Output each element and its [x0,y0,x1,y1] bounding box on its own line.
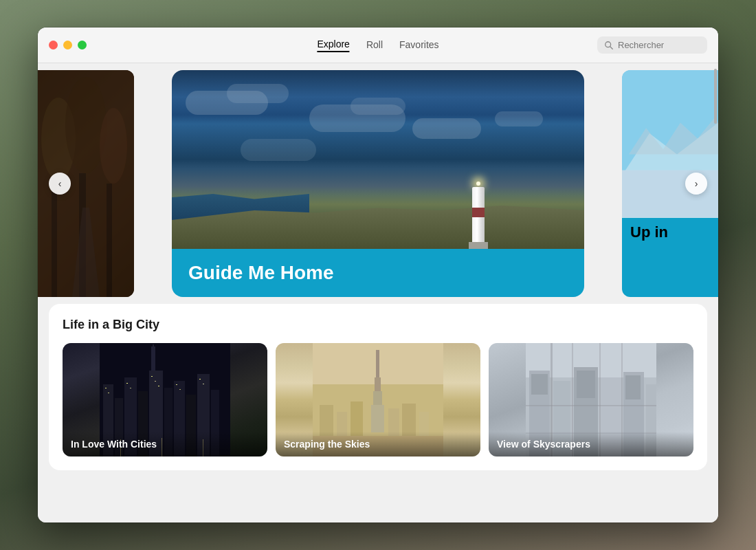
carousel-right-title: Up in [630,223,668,241]
search-input[interactable] [618,40,700,50]
lighthouse-tower [472,187,485,242]
svg-rect-27 [126,383,128,384]
content-area[interactable]: ‹ [38,63,718,522]
svg-rect-31 [158,386,159,386]
svg-rect-8 [107,184,112,297]
nav-tabs: Explore Roll Favorites [317,38,438,52]
cloud-7 [241,139,316,161]
svg-point-5 [100,108,127,184]
traffic-lights [49,41,87,50]
cloud-4 [351,98,405,115]
svg-rect-70 [526,405,656,406]
svg-rect-61 [577,371,595,398]
lighthouse-base [469,242,488,249]
right-card-image [622,70,718,218]
photo-card-3[interactable]: View of Skyscrapers [489,343,693,456]
tab-explore[interactable]: Explore [317,38,349,52]
svg-rect-50 [371,405,384,432]
mac-window: Explore Roll Favorites [38,28,718,522]
carousel-main-title: Guide Me Home [188,262,334,284]
svg-rect-29 [151,376,153,377]
carousel-left-card: ‹ [38,70,134,297]
cloud-2 [227,84,289,103]
tab-roll[interactable]: Roll [366,39,383,52]
title-bar: Explore Roll Favorites [38,28,718,63]
close-button[interactable] [49,41,58,50]
photo-card-label-2: Scraping the Skies [276,432,480,456]
svg-rect-39 [151,346,155,371]
svg-rect-33 [179,389,181,390]
cloud-5 [412,118,481,139]
svg-rect-26 [108,393,109,393]
svg-rect-6 [52,180,57,297]
lighthouse-stripe [472,208,485,217]
carousel-prev-button[interactable]: ‹ [49,173,71,195]
svg-rect-30 [155,381,156,382]
tab-favorites[interactable]: Favorites [399,39,439,52]
photo-card-label-3: View of Skyscrapers [489,432,693,456]
svg-point-4 [65,77,107,173]
photo-card-label-1: In Love With Cities [63,432,267,456]
svg-line-1 [610,46,613,49]
svg-rect-25 [105,388,107,388]
carousel-main-image [172,70,584,249]
search-icon [604,41,614,50]
lighthouse-light [476,182,480,186]
carousel-right-card: Up in › [622,70,718,297]
svg-rect-58 [531,374,548,395]
svg-rect-40 [153,344,154,348]
carousel-section: ‹ [38,63,718,304]
svg-rect-32 [176,384,177,385]
photo-card-2[interactable]: Scraping the Skies [276,343,480,456]
scrollbar-thumb[interactable] [714,69,717,124]
photo-card-1[interactable]: In Love With Cities [63,343,267,456]
right-card-label: Up in [622,218,718,298]
carousel-next-button[interactable]: › [685,173,707,195]
svg-rect-28 [130,388,131,388]
svg-rect-34 [199,379,201,380]
svg-rect-64 [625,375,641,399]
scrollbar-track[interactable] [713,63,718,522]
right-card-landscape [622,70,718,218]
minimize-button[interactable] [63,41,72,50]
cloud-6 [495,111,543,126]
lighthouse [469,182,488,249]
search-bar[interactable] [597,36,707,54]
photo-grid: In Love With Cities [63,343,693,456]
carousel-main-card: Guide Me Home [172,70,584,297]
maximize-button[interactable] [78,41,87,50]
grid-section-title: Life in a Big City [63,318,693,332]
svg-rect-35 [203,384,204,384]
grid-section: Life in a Big City [49,304,707,470]
carousel-main-label: Guide Me Home [172,249,584,297]
